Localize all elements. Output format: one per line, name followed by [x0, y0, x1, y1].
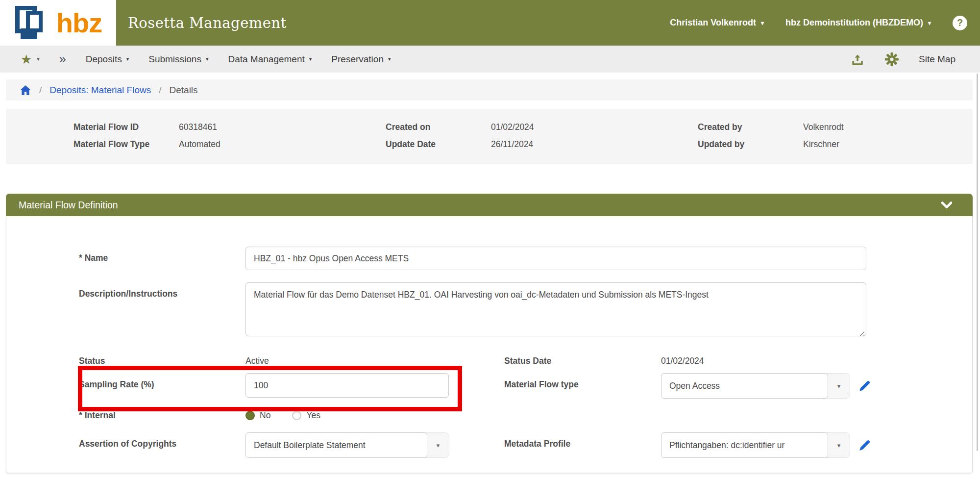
- section-header-material-flow-definition[interactable]: Material Flow Definition: [6, 194, 973, 216]
- star-icon: ★: [21, 53, 32, 66]
- description-label: Description/Instructions: [79, 282, 245, 299]
- summary-label: Material Flow Type: [74, 139, 179, 150]
- section-title: Material Flow Definition: [6, 200, 118, 211]
- caret-down-icon: ▾: [37, 56, 40, 62]
- caret-down-icon: ▾: [388, 56, 391, 62]
- nav-preservation[interactable]: Preservation ▾: [331, 54, 391, 65]
- summary-update-date: Update Date 26/11/2024: [386, 139, 698, 150]
- nav-submissions[interactable]: Submissions ▾: [148, 54, 208, 65]
- summary-value: 26/11/2024: [491, 139, 533, 150]
- breadcrumb-link-material-flows[interactable]: Deposits: Material Flows: [49, 85, 151, 96]
- hbz-logo-icon: [14, 5, 49, 41]
- breadcrumb: / Deposits: Material Flows / Details: [6, 79, 973, 101]
- edit-metadata-profile-icon[interactable]: [858, 439, 871, 452]
- breadcrumb-separator: /: [39, 85, 42, 96]
- breadcrumb-separator: /: [159, 85, 161, 96]
- summary-created-by: Created by Volkenrodt: [698, 122, 973, 132]
- summary-material-flow-type: Material Flow Type Automated: [74, 139, 386, 150]
- name-label: * Name: [79, 247, 245, 263]
- internal-radio-no[interactable]: No: [245, 410, 270, 421]
- nav-deposits[interactable]: Deposits ▾: [86, 54, 129, 65]
- status-date-value: 01/02/2024: [661, 356, 972, 366]
- app-header: hbz Rosetta Management Christian Volkenr…: [0, 0, 980, 46]
- hbz-logo[interactable]: hbz: [0, 0, 116, 46]
- caret-down-icon: ▾: [828, 433, 850, 457]
- institution-menu-label: hbz Demoinstitution (HBZDEMO): [785, 18, 923, 28]
- caret-down-icon: ▾: [828, 374, 850, 398]
- breadcrumb-current: Details: [170, 85, 198, 96]
- caret-down-icon: ▾: [206, 56, 209, 62]
- nav-data-management[interactable]: Data Management ▾: [228, 54, 312, 65]
- summary-label: Update Date: [386, 139, 491, 150]
- institution-menu[interactable]: hbz Demoinstitution (HBZDEMO) ▾: [785, 18, 931, 28]
- metadata-profile-label: Metadata Profile: [504, 432, 661, 449]
- internal-radio-yes[interactable]: Yes: [292, 410, 320, 421]
- copyrights-row: Assertion of Copyrights Default Boilerpl…: [79, 432, 972, 458]
- status-row: Status Active Status Date 01/02/2024: [79, 356, 972, 366]
- page-title: Rosetta Management: [128, 15, 287, 31]
- summary-value: Kirschner: [803, 139, 839, 150]
- caret-down-icon: ▾: [126, 56, 129, 62]
- status-value: Active: [245, 356, 504, 366]
- radio-selected-icon[interactable]: [245, 411, 255, 420]
- name-row: * Name: [79, 247, 972, 270]
- caret-down-icon: ▾: [309, 56, 312, 62]
- material-flow-type-select[interactable]: Open Access ▾: [661, 373, 850, 399]
- favorites-menu[interactable]: ★ ▾: [21, 53, 40, 66]
- copyrights-select[interactable]: Default Boilerplate Statement ▾: [245, 432, 449, 458]
- nav-submissions-label: Submissions: [148, 54, 201, 65]
- user-menu[interactable]: Christian Volkenrodt ▾: [670, 18, 764, 28]
- internal-row: * Internal No Yes: [79, 406, 972, 421]
- edit-material-flow-type-icon[interactable]: [858, 379, 871, 393]
- summary-updated-by: Updated by Kirschner: [698, 139, 973, 150]
- material-flow-type-value: Open Access: [661, 373, 828, 399]
- gear-icon[interactable]: [884, 52, 899, 67]
- user-menu-label: Christian Volkenrodt: [670, 18, 756, 28]
- metadata-profile-value: Pflichtangaben: dc:identifier ur: [661, 432, 828, 458]
- main-navbar: ★ ▾ » Deposits ▾ Submissions ▾ Data Mana…: [0, 46, 980, 73]
- description-row: Description/Instructions Material Flow f…: [79, 282, 972, 338]
- summary-value: Volkenrodt: [803, 122, 844, 132]
- sampling-rate-row: Sampling Rate (%) Material Flow type Ope…: [79, 373, 972, 399]
- summary-value: 01/02/2024: [491, 122, 534, 132]
- caret-down-icon: ▾: [761, 20, 764, 26]
- internal-yes-label: Yes: [306, 410, 320, 421]
- summary-label: Created by: [698, 122, 803, 132]
- summary-material-flow-id: Material Flow ID 60318461: [74, 122, 386, 132]
- status-date-label: Status Date: [504, 356, 661, 366]
- material-flow-definition-panel: * Name Description/Instructions Material…: [6, 216, 973, 473]
- expand-menu-icon[interactable]: »: [59, 53, 66, 65]
- copyrights-value: Default Boilerplate Statement: [245, 432, 427, 458]
- material-flow-type-label: Material Flow type: [504, 373, 661, 390]
- sampling-rate-input[interactable]: [245, 373, 449, 398]
- name-input[interactable]: [245, 247, 866, 270]
- summary-created-on: Created on 01/02/2024: [386, 122, 698, 132]
- home-icon[interactable]: [20, 85, 31, 96]
- nav-deposits-label: Deposits: [86, 54, 122, 65]
- summary-label: Material Flow ID: [74, 122, 179, 132]
- summary-label: Created on: [386, 122, 491, 132]
- sampling-rate-label: Sampling Rate (%): [79, 373, 245, 390]
- summary-value: 60318461: [179, 122, 217, 132]
- site-map-link[interactable]: Site Map: [919, 54, 956, 65]
- status-label: Status: [79, 356, 245, 366]
- radio-unselected-icon[interactable]: [292, 411, 301, 420]
- hbz-logo-text: hbz: [56, 9, 102, 37]
- chevron-down-icon[interactable]: [941, 202, 973, 209]
- vertical-scrollbar[interactable]: [977, 74, 978, 451]
- description-textarea[interactable]: Material Flow für das Demo Datenset HBZ_…: [245, 282, 866, 336]
- caret-down-icon: ▾: [427, 433, 449, 457]
- upload-icon[interactable]: [850, 52, 865, 67]
- summary-label: Updated by: [698, 139, 803, 150]
- help-icon[interactable]: ?: [953, 16, 967, 30]
- metadata-profile-select[interactable]: Pflichtangaben: dc:identifier ur ▾: [661, 432, 850, 458]
- nav-data-management-label: Data Management: [228, 54, 304, 65]
- caret-down-icon: ▾: [928, 20, 931, 26]
- summary-value: Automated: [179, 139, 220, 150]
- internal-label: * Internal: [79, 406, 245, 421]
- copyrights-label: Assertion of Copyrights: [79, 432, 245, 449]
- flow-summary-panel: Material Flow ID 60318461 Created on 01/…: [6, 109, 973, 164]
- nav-preservation-label: Preservation: [331, 54, 384, 65]
- internal-no-label: No: [260, 410, 270, 421]
